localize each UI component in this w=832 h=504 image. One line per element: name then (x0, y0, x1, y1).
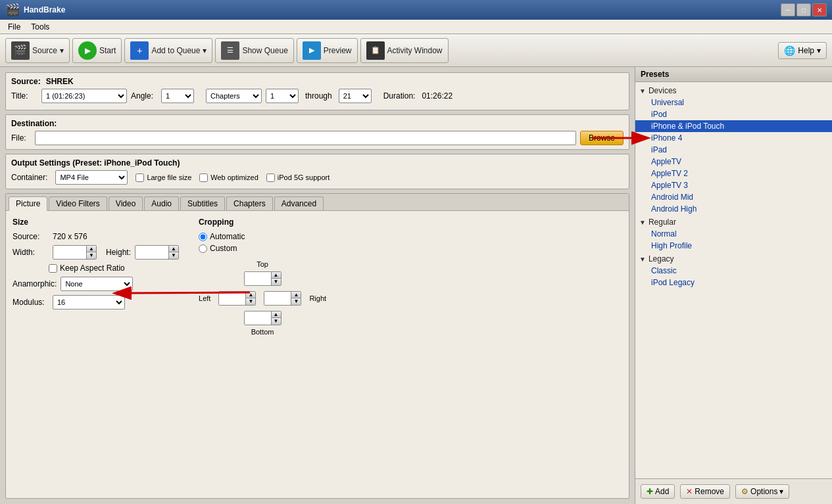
cropping-section: Cropping Automatic Custom Top (199, 218, 326, 492)
options-button[interactable]: ⚙ Options ▾ (735, 484, 789, 499)
preset-universal[interactable]: Universal (635, 97, 832, 108)
top-up-button[interactable]: ▲ (272, 272, 281, 279)
top-down-button[interactable]: ▼ (272, 279, 281, 285)
bottom-input[interactable]: 4 (245, 311, 271, 325)
preset-group-devices-header[interactable]: ▼ Devices (635, 85, 832, 97)
modulus-row: Modulus: 16 (12, 295, 179, 309)
bottom-down-button[interactable]: ▼ (272, 318, 281, 325)
preset-ipod-legacy[interactable]: iPod Legacy (635, 277, 832, 288)
start-icon: ▶ (78, 41, 97, 60)
right-down-button[interactable]: ▼ (291, 298, 301, 305)
minimize-button[interactable]: ─ (781, 3, 795, 16)
width-label: Width: (12, 248, 49, 257)
menu-tools[interactable]: Tools (26, 21, 55, 33)
add-preset-button[interactable]: ✚ Add (641, 484, 675, 499)
chapter-from-select[interactable]: 1 (266, 89, 299, 103)
keep-aspect-ratio-checkbox[interactable] (49, 264, 57, 273)
preset-classic[interactable]: Classic (635, 265, 832, 277)
source-button[interactable]: 🎬 Source ▾ (5, 38, 70, 63)
bottom-up-button[interactable]: ▲ (272, 311, 281, 318)
show-queue-button[interactable]: ☰ Show Queue (215, 38, 293, 63)
height-input[interactable]: 568 (135, 246, 168, 259)
close-button[interactable]: ✕ (812, 3, 827, 16)
start-button[interactable]: ▶ Start (72, 38, 122, 63)
tab-video-filters[interactable]: Video Filters (49, 196, 107, 210)
large-file-size-checkbox-label[interactable]: Large file size (135, 173, 191, 182)
top-spinbox[interactable]: 4 ▲ ▼ (244, 271, 281, 286)
preset-ipod[interactable]: iPod (635, 108, 832, 120)
preset-iphone4[interactable]: iPhone 4 (635, 132, 832, 144)
preset-ipad[interactable]: iPad (635, 144, 832, 156)
container-select[interactable]: MP4 File (55, 170, 128, 185)
tab-audio[interactable]: Audio (144, 196, 179, 210)
angle-select[interactable]: 1 (161, 89, 194, 103)
bottom-label: Bottom (251, 328, 274, 336)
legacy-collapse-icon: ▼ (639, 256, 646, 263)
custom-radio[interactable] (199, 244, 207, 253)
height-spinbox[interactable]: 568 ▲ ▼ (135, 245, 179, 260)
left-spinbox[interactable]: 0 ▲ ▼ (218, 291, 256, 306)
automatic-label: Automatic (210, 232, 245, 241)
preset-appletv3[interactable]: AppleTV 3 (635, 179, 832, 191)
anamorphic-select[interactable]: None (61, 277, 133, 291)
height-up-button[interactable]: ▲ (169, 246, 178, 252)
left-up-button[interactable]: ▲ (246, 292, 255, 298)
maximize-button[interactable]: □ (796, 3, 811, 16)
automatic-radio[interactable] (199, 233, 207, 241)
preview-icon: ▶ (303, 41, 321, 60)
right-input[interactable]: 0 (264, 292, 291, 305)
menu-bar: File Tools (0, 20, 832, 34)
presets-title: Presets (635, 67, 832, 82)
file-input[interactable] (35, 131, 576, 145)
width-input[interactable]: 480 (53, 246, 86, 259)
height-down-button[interactable]: ▼ (169, 252, 178, 259)
web-optimized-label: Web optimized (210, 173, 258, 181)
preset-group-legacy-header[interactable]: ▼ Legacy (635, 253, 832, 265)
web-optimized-checkbox[interactable] (199, 173, 208, 182)
help-button[interactable]: 🌐 Help ▾ (778, 42, 827, 59)
preset-group-regular: ▼ Regular Normal High Profile (635, 216, 832, 252)
chapter-to-select[interactable]: 21 (339, 89, 372, 103)
modulus-select[interactable]: 16 (53, 295, 125, 309)
duration-value: 01:26:22 (422, 91, 453, 101)
left-input[interactable]: 0 (219, 292, 245, 305)
add-to-queue-button[interactable]: + Add to Queue ▾ (124, 38, 212, 63)
top-input[interactable]: 4 (245, 272, 271, 285)
preset-appletv2[interactable]: AppleTV 2 (635, 168, 832, 179)
width-spinbox[interactable]: 480 ▲ ▼ (53, 245, 97, 260)
right-label: Right (309, 294, 326, 302)
browse-button[interactable]: Browse (580, 131, 624, 145)
duration-label: Duration: (383, 91, 416, 101)
tab-subtitles[interactable]: Subtitles (180, 196, 225, 210)
remove-preset-button[interactable]: ✕ Remove (680, 484, 730, 499)
width-up-button[interactable]: ▲ (87, 246, 96, 252)
width-down-button[interactable]: ▼ (87, 252, 96, 259)
large-file-size-checkbox[interactable] (135, 173, 144, 182)
ipod5g-checkbox[interactable] (266, 173, 275, 182)
activity-window-button[interactable]: 📋 Activity Window (360, 38, 449, 63)
ipod5g-checkbox-label[interactable]: iPod 5G support (266, 173, 330, 182)
tab-picture[interactable]: Picture (9, 196, 47, 211)
size-title: Size (12, 218, 179, 227)
preset-group-regular-header[interactable]: ▼ Regular (635, 216, 832, 228)
tab-video[interactable]: Video (109, 196, 143, 210)
menu-file[interactable]: File (3, 21, 26, 33)
tab-advanced[interactable]: Advanced (274, 196, 324, 210)
left-down-button[interactable]: ▼ (246, 298, 255, 305)
web-optimized-checkbox-label[interactable]: Web optimized (199, 173, 258, 182)
chapters-select[interactable]: Chapters (206, 89, 262, 103)
bottom-spinbox[interactable]: 4 ▲ ▼ (244, 311, 281, 325)
preset-appletv[interactable]: AppleTV (635, 156, 832, 168)
preset-iphone-ipod-touch[interactable]: iPhone & iPod Touch (635, 120, 832, 132)
right-spinbox[interactable]: 0 ▲ ▼ (264, 291, 301, 306)
show-queue-icon: ☰ (221, 41, 239, 60)
preset-android-mid[interactable]: Android Mid (635, 191, 832, 203)
preset-high-profile[interactable]: High Profile (635, 240, 832, 252)
preview-button[interactable]: ▶ Preview (297, 38, 358, 63)
title-select[interactable]: 1 (01:26:23) (41, 89, 127, 103)
tab-chapters[interactable]: Chapters (226, 196, 273, 210)
right-up-button[interactable]: ▲ (291, 292, 301, 298)
preset-normal[interactable]: Normal (635, 228, 832, 240)
legacy-group-label: Legacy (648, 254, 674, 263)
preset-android-high[interactable]: Android High (635, 203, 832, 215)
